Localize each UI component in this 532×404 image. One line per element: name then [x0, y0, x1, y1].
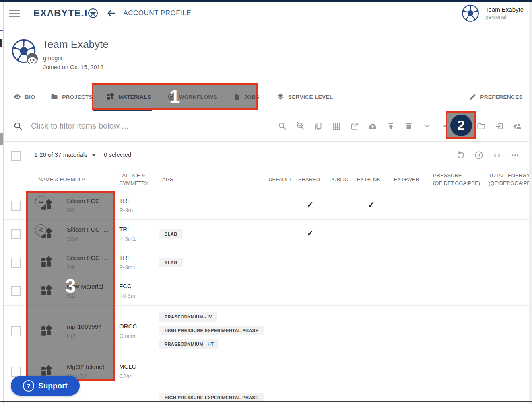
lattice-type: MCLC — [119, 362, 136, 371]
open-in-new-icon[interactable] — [350, 121, 359, 131]
logo-ball-icon — [88, 8, 98, 18]
profile-name: Team Exabyte — [42, 38, 109, 51]
exit-to-app-icon[interactable] — [495, 121, 504, 131]
tab-bio[interactable]: BIO — [13, 93, 35, 101]
column-header: SHARED — [298, 176, 320, 184]
search-icon — [13, 121, 23, 131]
filter-input[interactable] — [30, 121, 201, 131]
tab-label: SERVICE LEVEL — [288, 94, 333, 100]
row-checkbox[interactable] — [11, 258, 21, 268]
support-button[interactable]: ? Support — [11, 376, 80, 396]
annotation-box-2: 2 — [446, 111, 476, 139]
tab-label: PROJECTS — [62, 94, 93, 100]
group-add-icon[interactable] — [513, 121, 522, 131]
symmetry-group: P-3m1 — [119, 263, 136, 272]
profile-section: Team Exabyte gmogni Joined on Oct 15, 20… — [3, 25, 529, 83]
column-header: NAME & FORMULA — [38, 176, 85, 184]
shared-checkmark: ✓ — [307, 228, 314, 238]
table-header: NAME & FORMULA LATTICE &SYMMETRY TAGS DE… — [3, 168, 529, 191]
back-arrow-icon[interactable] — [106, 8, 117, 18]
topbar-user-type: personal — [485, 14, 524, 21]
tab-label: BIO — [25, 94, 35, 100]
pencil-icon — [469, 93, 476, 101]
extlnk-checkmark: ✓ — [368, 200, 375, 209]
cloud-upload-icon[interactable] — [368, 121, 377, 131]
folder-icon[interactable] — [476, 121, 486, 131]
zoom-out-icon[interactable] — [295, 121, 305, 131]
column-header: PUBLIC — [330, 176, 348, 184]
profile-joined-date: Joined on Oct 15, 2018 — [43, 64, 103, 70]
user-avatar[interactable] — [461, 4, 480, 23]
annotation-box-1: 1 — [92, 83, 258, 110]
tab-bar: BIO PROJECTS MATERIALS WORKFLOWS JOBS SE… — [3, 83, 529, 111]
lattice-type: TRI — [119, 196, 133, 205]
hamburger-menu-icon[interactable] — [9, 10, 20, 17]
account-profile-screen: EXΛBYTE.I ACCOUNT PROFILE — [0, 0, 532, 404]
page-title: ACCOUNT PROFILE — [123, 9, 191, 17]
row-checkbox[interactable] — [11, 229, 21, 239]
copy-icon[interactable] — [313, 121, 323, 131]
annotation-box-3: 3 — [26, 191, 115, 381]
row-checkbox[interactable] — [11, 286, 21, 296]
column-header: DEFAULT — [268, 176, 292, 184]
filter-toolbar — [277, 121, 522, 131]
column-header: LATTICE &SYMMETRY — [119, 172, 148, 187]
delete-icon[interactable] — [404, 121, 414, 131]
symmetry-group: R-3m — [119, 206, 133, 215]
lattice-type: TRI — [119, 225, 136, 234]
page-right-edge — [529, 2, 532, 404]
column-header: TOTAL_ENERGY(QE:DFT:GGA:PE — [489, 172, 530, 187]
tag-pill: PRASEODYMIUM - HT — [159, 339, 219, 349]
tag-pill: SLAB — [159, 229, 183, 239]
tab-projects[interactable]: PROJECTS — [50, 93, 93, 101]
annotation-number: 3 — [65, 275, 76, 297]
select-all-checkbox[interactable] — [11, 151, 21, 161]
selected-count: 0 selected — [104, 151, 131, 158]
logo[interactable]: EXΛBYTE.I — [33, 8, 98, 19]
annotation-number: 1 — [169, 86, 180, 108]
column-header: PRESSURE(QE:DFT:GGA:PBE) — [433, 172, 480, 187]
page-bottom-edge — [0, 401, 532, 402]
refresh-icon[interactable] — [456, 150, 466, 160]
pagination-dropdown[interactable]: 1-20 of 37 materials — [34, 151, 96, 158]
top-navy-strip — [0, 0, 532, 2]
help-icon: ? — [23, 380, 34, 392]
row-checkbox[interactable] — [11, 201, 21, 211]
topbar: EXΛBYTE.I ACCOUNT PROFILE — [3, 2, 529, 25]
lattice-type: ORCC — [119, 322, 137, 331]
symmetry-group: C2/m — [119, 372, 136, 381]
more-icon[interactable] — [510, 150, 520, 160]
symmetry-group: Fd-3m — [119, 292, 135, 300]
tag-pill: PRASEODYMIUM - IV — [159, 312, 217, 322]
lattice-type: FCC — [119, 282, 135, 291]
list-controls: 1-20 of 37 materials 0 selected — [3, 142, 529, 168]
chevron-down-icon[interactable] — [422, 121, 432, 131]
symmetry-group: P-3m1 — [119, 235, 136, 243]
row-checkbox[interactable] — [11, 367, 21, 377]
tag-pill: HIGH PRESSURE EXPERIMENTAL PHASE — [159, 326, 264, 335]
grid-icon[interactable] — [332, 121, 341, 131]
topbar-user-name: Team Exabyte — [485, 5, 524, 14]
lattice-type: TRI — [119, 253, 136, 262]
row-checkbox[interactable] — [11, 326, 21, 336]
eye-icon — [13, 93, 21, 101]
logo-text: EXΛBYTE.I — [33, 8, 87, 19]
column-header: TAGS — [159, 176, 173, 184]
tab-preferences[interactable]: PREFERENCES — [469, 93, 523, 101]
tab-service-level[interactable]: SERVICE LEVEL — [276, 93, 333, 101]
folder-icon — [50, 93, 58, 101]
tag-pill: SLAB — [159, 258, 183, 267]
column-header: EXT+WEB — [394, 176, 419, 184]
search-icon[interactable] — [277, 121, 287, 131]
layers-icon — [276, 93, 285, 101]
annotation-badge: 2 — [450, 115, 472, 136]
page-left-edge — [0, 2, 4, 404]
profile-face-badge-icon — [25, 52, 39, 66]
chevron-down-icon — [92, 154, 96, 156]
pause-circle-icon[interactable] — [474, 150, 484, 160]
symmetry-group: Cmcm — [119, 332, 137, 340]
column-header: EXT+LNK — [357, 176, 380, 184]
tab-label: PREFERENCES — [480, 94, 523, 100]
code-icon[interactable] — [492, 150, 502, 160]
upload-icon[interactable] — [386, 121, 396, 131]
